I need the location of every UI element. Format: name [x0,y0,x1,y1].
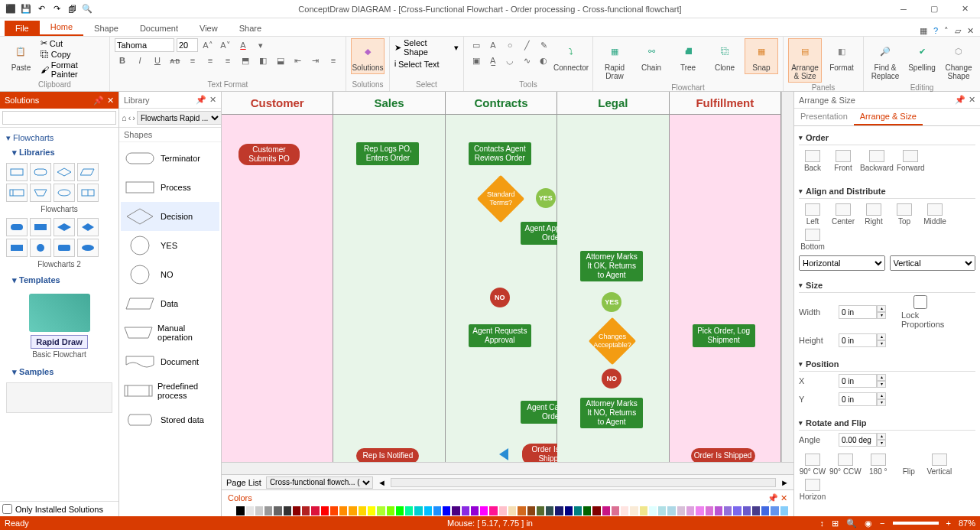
valign-bot-icon[interactable]: ⬓ [273,54,288,67]
font-color-dropdown[interactable]: ▾ [253,38,268,52]
node-pick[interactable]: Pick Order, Log Shipment [693,324,755,347]
color-swatch[interactable] [245,506,255,516]
print-icon[interactable]: 🗐 [66,3,78,15]
page-select[interactable]: Cross-functional flowch... (1/1 [266,476,373,489]
redo-icon[interactable]: ↷ [50,3,63,15]
color-swatch[interactable] [527,506,536,516]
color-swatch[interactable] [283,506,292,516]
linespace-icon[interactable]: ≡ [326,54,341,67]
color-swatch[interactable] [602,506,611,516]
thumb[interactable] [30,163,51,181]
file-tab[interactable]: File [5,21,40,36]
color-swatch[interactable] [226,506,235,516]
node-changes[interactable]: Changes Acceptable? [589,317,636,365]
color-swatch[interactable] [508,506,517,516]
sample-thumb[interactable] [6,382,112,413]
color-swatch[interactable] [517,506,526,516]
clone-button[interactable]: ⿻Clone [708,38,741,74]
change-shape-button[interactable]: ⬡Change Shape [942,38,975,83]
shape-stored[interactable]: Stored data [121,405,219,434]
color-swatch[interactable] [423,506,433,516]
rtab-arrange[interactable]: Arrange & Size [854,109,923,125]
close-panel-icon[interactable]: ✕ [107,96,114,106]
thumb[interactable] [54,218,75,236]
thumb[interactable] [30,184,51,202]
color-swatch[interactable] [433,506,442,516]
x-input[interactable] [839,374,877,388]
collapse-ribbon-icon[interactable]: ˄ [944,26,949,36]
color-swatch[interactable] [545,506,554,516]
color-swatch[interactable] [255,506,264,516]
arrange-size-button[interactable]: ▤Arrange & Size [788,38,822,83]
zoom-out-icon[interactable]: − [880,519,884,528]
shape-no[interactable]: NO [121,260,219,289]
color-swatch[interactable] [310,506,320,516]
align-middle[interactable]: Middle [921,203,949,226]
shape-yes[interactable]: YES [121,231,219,260]
close-button[interactable]: ✕ [949,0,980,18]
color-swatch[interactable] [554,506,563,516]
canvas-hscroll[interactable] [222,462,793,474]
color-swatch[interactable] [264,506,273,516]
color-swatch[interactable] [629,506,638,516]
rapiddraw-template[interactable]: Rapid Draw Basic Flowchart [6,294,112,359]
thumb[interactable] [77,184,99,202]
spelling-button[interactable]: ✔Spelling [905,38,939,74]
arc-tool-icon[interactable]: ◡ [502,54,518,67]
thumb[interactable] [77,163,99,181]
pin-icon[interactable]: 📌 [767,493,778,502]
valign-top-icon[interactable]: ⬒ [238,54,253,67]
snap-button[interactable]: ▦Snap [745,38,778,74]
grow-font-icon[interactable]: A˄ [200,38,216,52]
library-select[interactable]: Flowcharts Rapid ... [137,111,222,125]
color-swatch[interactable] [376,506,385,516]
rot-90cw[interactable]: 90° CW [799,454,826,476]
thumb[interactable] [6,218,28,236]
color-swatch[interactable] [348,506,357,516]
tab-document[interactable]: Document [129,21,189,36]
thumb[interactable] [6,239,28,257]
dist-v-select[interactable]: Vertical [890,255,976,271]
thumb[interactable] [77,218,99,236]
shape-process[interactable]: Process [121,173,219,202]
color-swatch[interactable] [470,506,479,516]
thumb[interactable] [6,184,28,202]
pin-icon[interactable]: 📌 [196,95,206,105]
color-swatch[interactable] [751,506,761,516]
node-requests[interactable]: Agent Requests Approval [469,324,531,347]
canvas[interactable]: Customer Customer Submits PO Sales Rep L… [222,92,781,462]
canvas-vscroll[interactable] [781,92,793,462]
only-installed-checkbox[interactable] [2,504,12,514]
color-swatch[interactable] [451,506,460,516]
nav-prev-icon[interactable] [499,448,508,460]
underline-button[interactable]: U [150,54,165,67]
status-icon[interactable]: ↕ [820,519,825,528]
zoom-slider[interactable] [893,522,939,525]
align-left[interactable]: Left [799,203,826,226]
order-forward[interactable]: Forward [897,150,925,172]
fwd-icon[interactable]: › [132,113,135,122]
color-swatch[interactable] [442,506,451,516]
solutions-button[interactable]: ◆Solutions [351,38,385,74]
align-bottom[interactable]: Bottom [799,229,826,251]
color-swatch[interactable] [667,506,676,516]
color-swatch[interactable] [639,506,648,516]
textbox-tool-icon[interactable]: A̲ [485,54,501,67]
shape-terminator[interactable]: Terminator [121,144,219,173]
indent-inc-icon[interactable]: ⇥ [308,54,323,67]
color-swatch[interactable] [573,506,582,516]
shape-document[interactable]: Document [121,347,219,376]
restore-icon[interactable]: ▱ [955,26,961,36]
color-swatch[interactable] [705,506,714,516]
tab-view[interactable]: View [189,21,229,36]
help-icon[interactable]: ? [933,26,938,36]
color-swatch[interactable] [414,506,423,516]
rot-180[interactable]: 180 ° [865,454,892,476]
minimize-button[interactable]: ─ [888,0,919,18]
color-swatch[interactable] [488,506,498,516]
bold-button[interactable]: B [115,54,130,67]
color-swatch[interactable] [723,506,732,516]
thumb[interactable] [77,239,99,257]
shrink-font-icon[interactable]: A˅ [218,38,233,52]
color-swatch[interactable] [386,506,395,516]
